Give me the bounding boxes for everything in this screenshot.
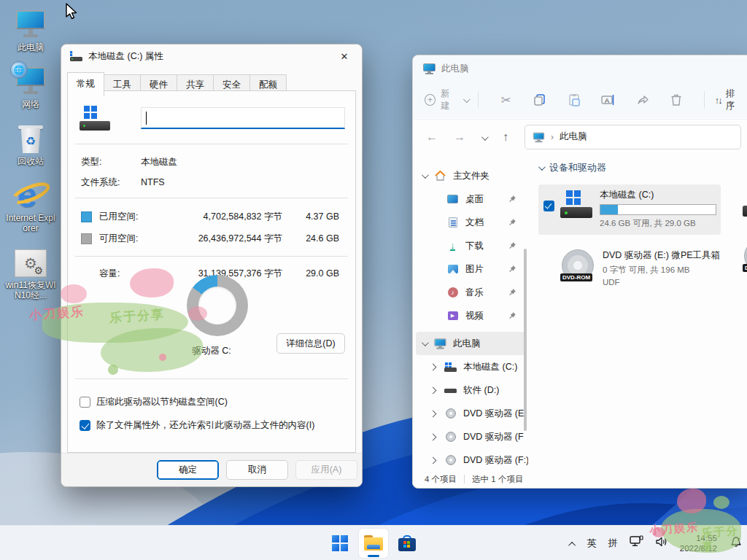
divider	[75, 144, 348, 144]
desktop-icon-network[interactable]: 🌐 网络	[4, 64, 57, 109]
files-pane: 设备和驱动器 本地磁盘 (C:) 24.6 GB 可用, 共 29.0 GB	[528, 154, 747, 470]
dvd-drive-icon	[444, 455, 457, 465]
used-space-size: 4.37 GB	[293, 211, 339, 222]
sidebar-scrollbar[interactable]	[524, 249, 527, 431]
sidebar-item-drive-c[interactable]: 本地磁盘 (C:)	[413, 355, 528, 378]
start-button[interactable]	[325, 529, 355, 558]
delete-button[interactable]	[666, 89, 687, 111]
chevron-down-icon	[422, 171, 429, 179]
drive-c-usage-bar	[600, 204, 716, 215]
sidebar-item-desktop[interactable]: 桌面	[413, 187, 528, 211]
rename-button[interactable]: A	[598, 89, 619, 111]
selected-count: 选中 1 个项目	[472, 474, 523, 485]
taskbar: 英 拼 14:55 2022/8/12 z	[0, 525, 747, 560]
navigation-pane: 主文件夹 桌面 文档 ↓ 下载 图片	[413, 154, 528, 470]
pin-icon	[508, 265, 516, 275]
volume-icon[interactable]	[655, 536, 668, 551]
filesystem-value: NTFS	[141, 177, 165, 187]
capacity-donut-chart	[187, 275, 248, 336]
filesystem-label: 文件系统:	[81, 176, 141, 189]
forward-button[interactable]: →	[454, 131, 465, 144]
desktop-icon-recycle-bin[interactable]: ♻ 回收站	[4, 121, 57, 166]
breadcrumb-separator: ›	[551, 132, 554, 142]
breadcrumb-this-pc[interactable]: 此电脑	[560, 131, 587, 143]
notification-bell-icon[interactable]: z	[729, 535, 743, 551]
sidebar-item-downloads[interactable]: ↓ 下载	[413, 234, 528, 257]
sidebar-item-music[interactable]: ♪ 音乐	[413, 281, 528, 304]
desktop-icon-this-pc[interactable]: 此电脑	[4, 7, 57, 52]
explorer-body: 主文件夹 桌面 文档 ↓ 下载 图片	[413, 154, 747, 470]
divider	[75, 378, 348, 379]
sort-button[interactable]: ↑↓ 排序	[715, 88, 743, 112]
divider	[75, 256, 348, 257]
details-button[interactable]: 详细信息(D)	[276, 333, 345, 354]
cancel-button[interactable]: 取消	[226, 460, 288, 480]
address-bar[interactable]: › 此电脑	[525, 125, 741, 149]
selection-checkbox[interactable]	[543, 201, 554, 211]
internet-explorer-icon: e	[12, 178, 50, 210]
capacity-label: 容量:	[99, 268, 152, 280]
this-pc-icon	[15, 7, 47, 39]
history-dropdown[interactable]	[481, 131, 487, 144]
index-checkbox[interactable]	[80, 420, 90, 431]
pin-icon	[508, 195, 516, 205]
up-button[interactable]: ↑	[503, 131, 508, 144]
network-icon[interactable]	[630, 535, 643, 551]
used-space-bytes: 4,702,584,832 字节	[152, 211, 293, 223]
explorer-titlebar[interactable]: 此电脑	[413, 55, 747, 82]
close-icon[interactable]: ✕	[331, 47, 357, 66]
sidebar-item-documents[interactable]: 文档	[413, 211, 528, 234]
drive-c-info: 24.6 GB 可用, 共 29.0 GB	[600, 218, 716, 229]
share-button[interactable]	[632, 89, 653, 111]
back-button[interactable]: ←	[426, 131, 438, 144]
compress-checkbox[interactable]	[80, 397, 90, 408]
ime-language-indicator[interactable]: 英	[587, 537, 597, 550]
ok-button[interactable]: 确定	[157, 460, 219, 480]
tray-expand-button[interactable]	[570, 537, 576, 550]
sidebar-item-videos[interactable]: ▶ 视频	[413, 304, 528, 327]
compress-checkbox-label: 压缩此驱动器以节约磁盘空间(C)	[96, 396, 228, 408]
desktop-icon-label: Internet Explorer	[4, 213, 57, 233]
dialog-button-row: 确定 取消 应用(A)	[61, 453, 362, 486]
free-space-label: 可用空间:	[99, 233, 152, 245]
desktop-icon-win11-restore[interactable]: ⚙⚙ win11恢复WIN10经...	[4, 245, 57, 300]
desktop-icon-label: win11恢复WIN10经...	[4, 280, 57, 300]
cut-button[interactable]: ✂	[495, 89, 516, 111]
tab-general[interactable]: 常规	[67, 72, 104, 96]
dvd-e-item[interactable]: DVD-ROM DVD 驱动器 (E:) 微PE工具箱 0 字节 可用, 共 1…	[538, 245, 721, 292]
dvd-rom-icon: DVD-ROM	[560, 249, 595, 283]
desktop-icon-label: 此电脑	[18, 42, 44, 52]
sidebar-item-home[interactable]: 主文件夹	[413, 164, 528, 187]
svg-text:A: A	[605, 97, 609, 104]
paste-button[interactable]	[564, 89, 585, 111]
free-space-swatch	[81, 233, 92, 244]
sidebar-item-pictures[interactable]: 图片	[413, 257, 528, 281]
sidebar-item-drive-d[interactable]: 软件 (D:)	[413, 378, 528, 402]
network-icon: 🌐	[15, 64, 47, 96]
tray-date: 2022/8/12	[680, 543, 717, 553]
desktop-icon-internet-explorer[interactable]: e Internet Explorer	[4, 178, 57, 233]
sidebar-item-this-pc[interactable]: 此电脑	[416, 332, 525, 355]
drive-c-icon	[560, 190, 592, 219]
explorer-toolbar: + 新建 ✂ A ↑↓ 排序	[413, 82, 747, 118]
dialog-titlebar[interactable]: 本地磁盘 (C:) 属性 ✕	[61, 44, 362, 68]
volume-label-input[interactable]	[141, 107, 345, 129]
new-button[interactable]: + 新建	[425, 88, 468, 112]
desktop-icon-label: 网络	[22, 99, 39, 109]
free-space-size: 24.6 GB	[293, 233, 339, 244]
used-space-swatch	[81, 211, 92, 222]
home-icon	[434, 171, 446, 181]
clock[interactable]: 14:55 2022/8/12	[680, 533, 717, 553]
sidebar-item-dvd-e[interactable]: DVD 驱动器 (E	[413, 402, 528, 425]
copy-button[interactable]	[530, 89, 551, 111]
drive-c-item[interactable]: 本地磁盘 (C:) 24.6 GB 可用, 共 29.0 GB	[538, 184, 721, 235]
sidebar-item-dvd-f[interactable]: DVD 驱动器 (F	[413, 425, 528, 448]
taskbar-microsoft-store[interactable]	[392, 529, 422, 558]
sidebar-item-dvd-f2[interactable]: DVD 驱动器 (F:)	[413, 448, 528, 470]
partial-drive-d-icon	[743, 187, 747, 222]
disk-properties-dialog: 本地磁盘 (C:) 属性 ✕ 常规 工具 硬件 共享 安全 配额 类型: 本地磁…	[61, 44, 363, 487]
devices-section-header[interactable]: 设备和驱动器	[538, 161, 747, 174]
toolbar-divider	[478, 91, 479, 109]
ime-pinyin-indicator[interactable]: 拼	[608, 537, 618, 550]
taskbar-file-explorer[interactable]	[359, 529, 388, 558]
